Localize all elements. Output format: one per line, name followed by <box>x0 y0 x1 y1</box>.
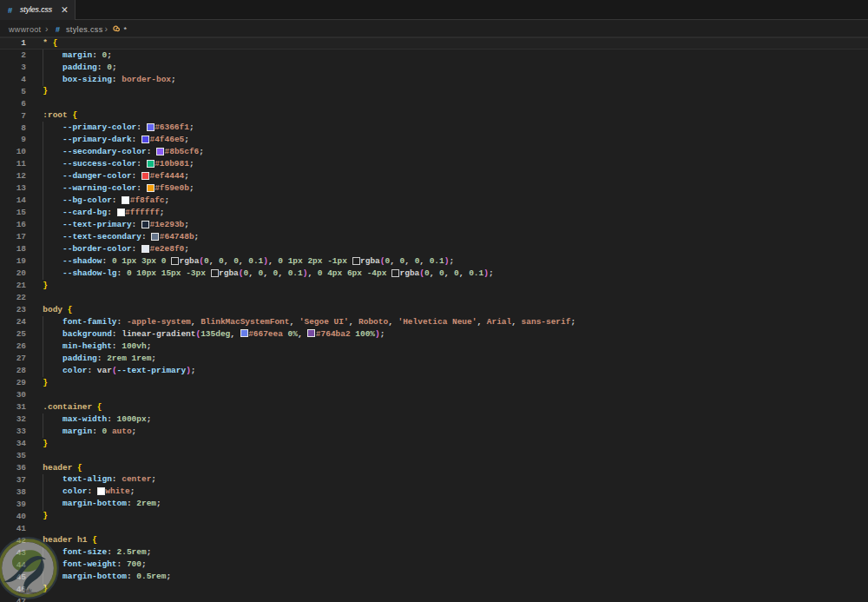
svg-text:تقنية: تقنية <box>22 586 32 592</box>
